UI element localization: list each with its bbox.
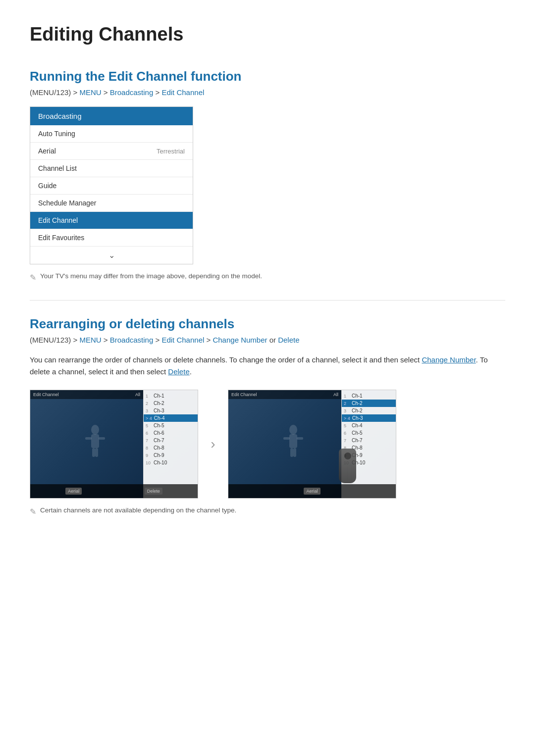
ch-item-1: 1Ch-1 bbox=[144, 392, 198, 400]
arrow-between-screenshots: › bbox=[198, 436, 228, 452]
menu-item-channel-list[interactable]: Channel List bbox=[30, 160, 193, 177]
ch-item-10: 10Ch-10 bbox=[144, 459, 198, 466]
body-text-part3: . bbox=[190, 367, 192, 376]
diver-icon-right bbox=[278, 422, 308, 462]
breadcrumb-section2: (MENU/123) > MENU > Broadcasting > Edit … bbox=[30, 336, 505, 344]
channel-list-left: 1Ch-1 2Ch-2 3Ch-3 > 4Ch-4 5Ch-5 6Ch-6 7C… bbox=[143, 390, 198, 498]
menu-card-header: Broadcasting bbox=[30, 107, 193, 125]
rch-item-6: 6Ch-5 bbox=[342, 429, 396, 437]
body-text-section2: You can rearrange the order of channels … bbox=[30, 354, 505, 378]
screenshot-right-bar: Aerial bbox=[228, 484, 396, 498]
screenshot-left-title-text: Edit Channel bbox=[33, 392, 59, 397]
section1-title: Running the Edit Channel function bbox=[30, 69, 505, 84]
screenshot-left-bar: Aerial Delete bbox=[30, 484, 198, 498]
breadcrumb-menu123: (MENU/123) bbox=[30, 88, 71, 97]
menu-item-edit-favourites[interactable]: Edit Favourites bbox=[30, 229, 193, 247]
bc2-change-number: Change Number bbox=[213, 336, 267, 344]
screenshot-left-titlebar: Edit Channel All bbox=[30, 390, 143, 399]
page-title: Editing Channels bbox=[30, 24, 505, 45]
svg-rect-8 bbox=[283, 437, 290, 440]
screenshot-right-all-label: All bbox=[333, 392, 338, 397]
diver-icon-left bbox=[80, 422, 110, 462]
menu-item-auto-tuning[interactable]: Auto Tuning bbox=[30, 125, 193, 143]
ch-item-2: 2Ch-2 bbox=[144, 400, 198, 407]
menu-item-guide-label: Guide bbox=[38, 182, 56, 190]
menu-item-aerial[interactable]: Aerial Terrestrial bbox=[30, 143, 193, 160]
screenshot-left: Edit Channel All 1Ch-1 2Ch-2 3Ch-3 > 4Ch… bbox=[30, 390, 198, 499]
body-text-part1: You can rearrange the order of channels … bbox=[30, 355, 422, 364]
note-row-section2: ✎ Certain channels are not available dep… bbox=[30, 506, 505, 516]
menu-item-auto-tuning-label: Auto Tuning bbox=[38, 130, 75, 138]
svg-point-6 bbox=[289, 425, 297, 435]
screenshot-left-btn-delete: Delete bbox=[145, 488, 162, 495]
ch-item-7: 7Ch-7 bbox=[144, 437, 198, 444]
note-text-section1: Your TV's menu may differ from the image… bbox=[40, 272, 262, 280]
menu-item-aerial-label: Aerial bbox=[38, 147, 56, 155]
section-divider bbox=[30, 300, 505, 301]
rch-item-2: 2Ch-2 bbox=[342, 400, 396, 407]
screenshot-left-bg: Edit Channel All 1Ch-1 2Ch-2 3Ch-3 > 4Ch… bbox=[30, 390, 198, 498]
screenshot-left-btn-aerial: Aerial bbox=[65, 488, 82, 495]
svg-rect-7 bbox=[289, 434, 297, 448]
menu-item-schedule-manager[interactable]: Schedule Manager bbox=[30, 195, 193, 212]
rch-item-1: 1Ch-1 bbox=[342, 392, 396, 400]
svg-rect-4 bbox=[92, 448, 95, 457]
svg-rect-3 bbox=[99, 437, 105, 440]
rch-item-4: > 4Ch-3 bbox=[342, 414, 396, 422]
bc2-menu123: (MENU/123) bbox=[30, 336, 71, 344]
menu-item-schedule-manager-label: Schedule Manager bbox=[38, 199, 97, 207]
menu-item-edit-channel-label: Edit Channel bbox=[38, 216, 78, 224]
rch-item-7: 7Ch-7 bbox=[342, 437, 396, 444]
pencil-icon: ✎ bbox=[30, 273, 36, 282]
screenshot-right-titlebar: Edit Channel All bbox=[228, 390, 341, 399]
broadcasting-menu-card: Broadcasting Auto Tuning Aerial Terrestr… bbox=[30, 106, 193, 264]
bc2-delete: Delete bbox=[278, 336, 299, 344]
svg-rect-2 bbox=[85, 437, 92, 440]
screenshot-right-bg: Edit Channel All 1Ch-1 2Ch-2 3Ch-2 > 4Ch… bbox=[228, 390, 396, 498]
body-link-delete[interactable]: Delete bbox=[168, 367, 189, 376]
menu-item-aerial-value: Terrestrial bbox=[157, 148, 185, 155]
note-row-section1: ✎ Your TV's menu may differ from the ima… bbox=[30, 272, 505, 282]
svg-rect-9 bbox=[297, 437, 303, 440]
bc2-edit-channel: Edit Channel bbox=[161, 336, 204, 344]
rch-item-3: 3Ch-2 bbox=[342, 407, 396, 414]
ch-item-8: 8Ch-8 bbox=[144, 444, 198, 452]
screenshot-right-btn-aerial: Aerial bbox=[304, 488, 320, 495]
section-edit-channel: Running the Edit Channel function (MENU/… bbox=[30, 69, 505, 282]
section-rearranging: Rearranging or deleting channels (MENU/1… bbox=[30, 316, 505, 516]
ch-item-3: 3Ch-3 bbox=[144, 407, 198, 414]
svg-rect-5 bbox=[95, 448, 98, 457]
body-link-change-number[interactable]: Change Number bbox=[422, 355, 476, 364]
ch-item-9: 9Ch-9 bbox=[144, 452, 198, 459]
menu-item-edit-channel[interactable]: Edit Channel bbox=[30, 212, 193, 229]
breadcrumb-broadcasting: Broadcasting bbox=[110, 88, 154, 97]
breadcrumb-menu: MENU bbox=[79, 88, 101, 97]
screenshot-right-title-text: Edit Channel bbox=[231, 392, 257, 397]
svg-point-0 bbox=[91, 425, 99, 435]
ch-item-5: 5Ch-5 bbox=[144, 422, 198, 429]
svg-rect-1 bbox=[91, 434, 99, 448]
breadcrumb-edit-channel: Edit Channel bbox=[161, 88, 204, 97]
screenshot-right: Edit Channel All 1Ch-1 2Ch-2 3Ch-2 > 4Ch… bbox=[228, 390, 396, 499]
menu-item-edit-favourites-label: Edit Favourites bbox=[38, 234, 84, 242]
svg-rect-11 bbox=[293, 448, 296, 457]
menu-item-guide[interactable]: Guide bbox=[30, 177, 193, 195]
svg-rect-10 bbox=[290, 448, 293, 457]
screenshots-row: Edit Channel All 1Ch-1 2Ch-2 3Ch-3 > 4Ch… bbox=[30, 390, 505, 499]
menu-card-chevron-down: ⌄ bbox=[30, 247, 193, 264]
ch-item-6: 6Ch-6 bbox=[144, 429, 198, 437]
bc2-menu: MENU bbox=[79, 336, 101, 344]
note-text-section2: Certain channels are not available depen… bbox=[40, 506, 236, 514]
remote-control-icon bbox=[339, 449, 356, 483]
rch-item-5: 5Ch-4 bbox=[342, 422, 396, 429]
section2-title: Rearranging or deleting channels bbox=[30, 316, 505, 332]
bc2-broadcasting: Broadcasting bbox=[110, 336, 154, 344]
arrow-right-icon: › bbox=[211, 436, 215, 452]
screenshot-left-all-label: All bbox=[135, 392, 140, 397]
pencil-icon-2: ✎ bbox=[30, 507, 36, 516]
breadcrumb-section1: (MENU/123) > MENU > Broadcasting > Edit … bbox=[30, 88, 505, 97]
menu-item-channel-list-label: Channel List bbox=[38, 164, 77, 172]
ch-item-4: > 4Ch-4 bbox=[144, 414, 198, 422]
